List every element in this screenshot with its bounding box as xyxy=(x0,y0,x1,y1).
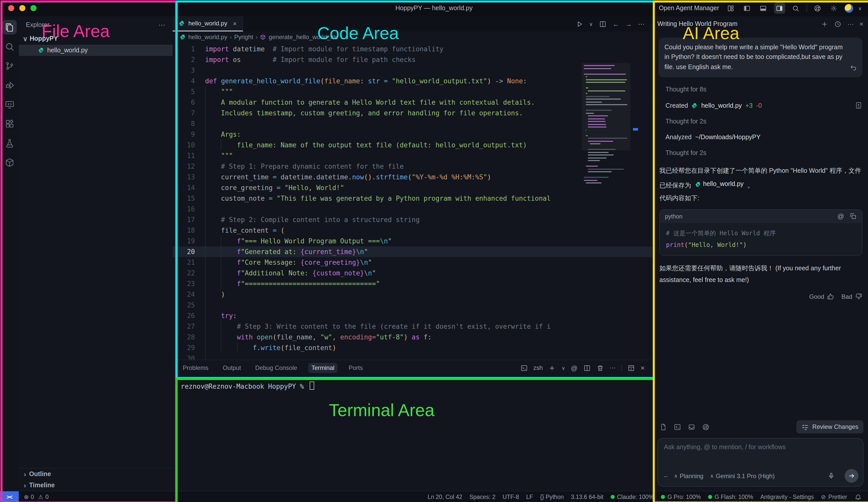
activitybar-package-icon[interactable] xyxy=(2,155,17,170)
overview-ruler[interactable] xyxy=(631,43,640,360)
panel-tab-terminal[interactable]: Terminal xyxy=(308,363,338,373)
code-line-15[interactable]: 15 custom_note = "This file was generate… xyxy=(173,193,652,204)
ai-more-icon[interactable]: ⋯ xyxy=(847,20,854,28)
mention-icon[interactable]: @ xyxy=(838,213,844,220)
code-line-29[interactable]: 29 f.write(file_content) xyxy=(173,342,652,353)
revert-message-icon[interactable] xyxy=(850,63,857,71)
mode-selector[interactable]: ∧Planning xyxy=(674,472,703,479)
run-python-file-icon[interactable] xyxy=(575,20,583,28)
open-agent-manager-button[interactable]: Open Agent Manager xyxy=(659,4,719,12)
search-icon[interactable] xyxy=(790,2,801,14)
code-line-6[interactable]: 6 A modular function to generate a Hello… xyxy=(173,97,652,108)
maximize-panel-icon[interactable] xyxy=(627,364,635,372)
sidebar-section-timeline[interactable]: › Timeline xyxy=(19,480,173,491)
code-line-1[interactable]: 1import datetime # Import module for tim… xyxy=(173,44,652,54)
panel-tab-output[interactable]: Output xyxy=(219,363,244,373)
code-line-9[interactable]: 9 Args: xyxy=(173,129,652,140)
breadcrumb[interactable]: hello_world.py › Pyright › generate_hell… xyxy=(173,31,652,43)
status-ln-20-col-42[interactable]: Ln 20, Col 42 xyxy=(428,494,463,500)
close-panel-icon[interactable]: × xyxy=(641,364,645,372)
chevron-down-icon[interactable]: ∨ xyxy=(858,5,862,11)
layout-icon[interactable] xyxy=(725,2,736,14)
remote-indicator[interactable]: >< xyxy=(0,491,19,502)
shell-label[interactable]: zsh xyxy=(533,364,542,371)
status-spaces-2[interactable]: Spaces: 2 xyxy=(469,494,495,500)
code-line-16[interactable]: 16 xyxy=(173,204,652,214)
code-line-2[interactable]: 2import os # Import module for file path… xyxy=(173,54,652,65)
open-diff-icon[interactable] xyxy=(855,102,862,109)
thought-row[interactable]: Thought for 2s xyxy=(665,118,862,125)
code-line-19[interactable]: 19 f"=== Hello World Program Output ===\… xyxy=(173,236,652,247)
panel-tab-debug-console[interactable]: Debug Console xyxy=(252,363,300,373)
activitybar-extensions-icon[interactable] xyxy=(2,116,17,131)
code-line-12[interactable]: 12 # Step 1: Prepare dynamic content for… xyxy=(173,161,652,172)
code-line-11[interactable]: 11 """ xyxy=(173,150,652,161)
status-3-13-6-64-bit[interactable]: 3.13.6 64-bit xyxy=(571,494,603,500)
status-prettier[interactable]: ⊘Prettier xyxy=(821,493,847,501)
status-g-pro-100-[interactable]: G Pro: 100% xyxy=(661,494,701,500)
thought-row[interactable]: Thought for 8s xyxy=(665,86,862,93)
notifications-bell-icon[interactable] xyxy=(854,493,862,501)
panel-tab-ports[interactable]: Ports xyxy=(346,363,366,373)
code-line-5[interactable]: 5 """ xyxy=(173,87,652,97)
status-g-flash-100-[interactable]: G Flash: 100% xyxy=(708,494,753,500)
code-line-17[interactable]: 17 # Step 2: Compile content into a stru… xyxy=(173,214,652,225)
inbox-icon[interactable] xyxy=(688,423,695,431)
activitybar-explorer-icon[interactable] xyxy=(2,20,17,34)
new-file-icon[interactable] xyxy=(659,423,667,431)
code-line-20[interactable]: 20 f"Generated at: {current_time}\n" xyxy=(173,247,652,257)
code-line-23[interactable]: 23 f"=================================" xyxy=(173,279,652,289)
avatar[interactable] xyxy=(844,4,853,12)
sidebar-section-outline[interactable]: › Outline xyxy=(19,469,173,480)
code-line-30[interactable]: 30 xyxy=(173,353,652,360)
created-file-row[interactable]: Createdhello_world.py+3-0 xyxy=(665,102,862,109)
terminal-icon[interactable] xyxy=(674,423,681,431)
status--python[interactable]: {} Python xyxy=(540,494,564,500)
new-terminal-icon[interactable] xyxy=(548,364,556,372)
new-conversation-icon[interactable] xyxy=(821,20,829,28)
run-dropdown-icon[interactable]: ∨ xyxy=(589,21,593,27)
browser-icon[interactable] xyxy=(702,423,710,431)
ai-conversation[interactable]: Could you please help me write a simple … xyxy=(652,31,868,401)
feedback-good-button[interactable]: Good xyxy=(809,293,835,301)
activitybar-source-control-icon[interactable] xyxy=(2,58,17,73)
explorer-more-icon[interactable]: ⋯ xyxy=(158,21,165,29)
file-chip[interactable]: hello_world.py xyxy=(695,178,744,191)
split-terminal-icon[interactable] xyxy=(583,364,591,372)
activitybar-testing-icon[interactable] xyxy=(2,135,17,150)
code-line-18[interactable]: 18 file_content = ( xyxy=(173,225,652,236)
kill-terminal-icon[interactable] xyxy=(597,364,604,372)
tab-hello-world-py[interactable]: hello_world.py × xyxy=(173,16,244,31)
code-line-21[interactable]: 21 f"Core Message: {core_greeting}\n" xyxy=(173,257,652,268)
activitybar-search-icon[interactable] xyxy=(2,39,17,54)
code-line-22[interactable]: 22 f"Additional Note: {custom_note}\n" xyxy=(173,268,652,279)
code-line-13[interactable]: 13 current_time = datetime.datetime.now(… xyxy=(173,172,652,182)
activitybar-run-debug-icon[interactable] xyxy=(2,78,17,92)
launch-profile-icon[interactable]: @ xyxy=(571,364,577,372)
thought-row[interactable]: Thought for 2s xyxy=(665,149,862,157)
attachment-icon[interactable]: – xyxy=(664,472,667,479)
code-line-27[interactable]: 27 # Step 3: Write content to the file (… xyxy=(173,321,652,332)
panel-tab-problems[interactable]: Problems xyxy=(180,363,211,373)
toggle-bottom-panel-icon[interactable] xyxy=(757,2,769,14)
code-line-10[interactable]: 10 file_name: Name of the output text fi… xyxy=(173,140,652,150)
history-icon[interactable] xyxy=(834,20,842,28)
problems-indicator[interactable]: ⊗0 ⚠0 xyxy=(24,493,49,501)
chat-input[interactable]: Ask anything, @ to mention, / for workfl… xyxy=(657,438,864,487)
terminal-dropdown-icon[interactable]: ∨ xyxy=(562,365,566,371)
status-antigravity-settings[interactable]: Antigravity - Settings xyxy=(761,494,814,500)
settings-gear-icon[interactable] xyxy=(828,2,839,14)
navigate-back-icon[interactable]: ← xyxy=(613,20,619,28)
panel-more-icon[interactable]: ⋯ xyxy=(610,364,616,371)
activitybar-remote-explorer-icon[interactable] xyxy=(2,97,17,112)
code-line-28[interactable]: 28 with open(file_name, "w", encoding="u… xyxy=(173,332,652,342)
minimap[interactable] xyxy=(584,65,628,185)
code-line-7[interactable]: 7 Includes timestamp, custom greeting, a… xyxy=(173,108,652,118)
copy-icon[interactable] xyxy=(849,213,857,220)
feedback-bad-button[interactable]: Bad xyxy=(841,293,862,301)
status-claude-100-[interactable]: Claude: 100% xyxy=(610,494,654,500)
chrome-icon[interactable] xyxy=(812,2,823,14)
split-editor-icon[interactable] xyxy=(599,20,607,28)
code-line-8[interactable]: 8 xyxy=(173,118,652,129)
toggle-right-panel-icon[interactable] xyxy=(774,2,785,14)
